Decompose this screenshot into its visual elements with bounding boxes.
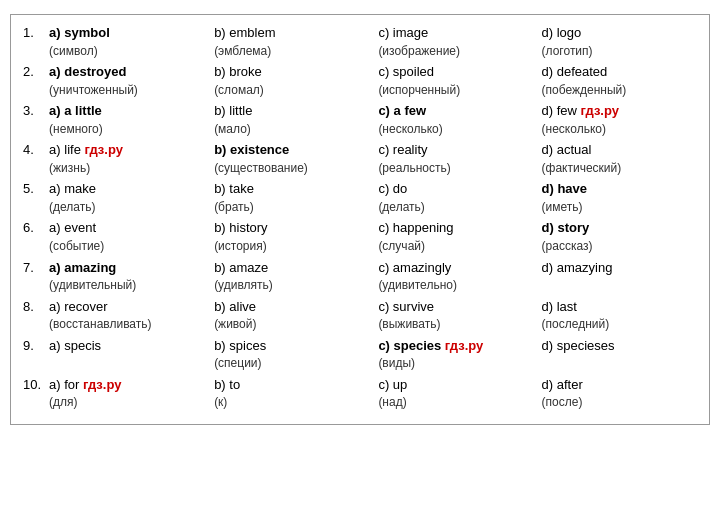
answer-translation: (к) — [214, 395, 227, 409]
answer-cell: d) few гдз.ру(несколько) — [538, 99, 701, 138]
answer-label: d) few — [542, 103, 577, 118]
answer-cell: c) happening(случай) — [374, 216, 537, 255]
answer-label: c) up — [378, 377, 407, 392]
answer-label: d) have — [542, 181, 588, 196]
answer-translation: (мало) — [214, 122, 251, 136]
row-number: 8. — [19, 295, 45, 334]
answer-label: c) reality — [378, 142, 427, 157]
answer-label: c) a few — [378, 103, 426, 118]
row-number: 4. — [19, 138, 45, 177]
answer-translation: (логотип) — [542, 44, 593, 58]
answer-cell: d) story(рассказ) — [538, 216, 701, 255]
answer-cell: b) to(к) — [210, 373, 374, 412]
answer-label: a) destroyed — [49, 64, 126, 79]
answer-cell: b) spices(специи) — [210, 334, 374, 373]
answer-translation: (рассказ) — [542, 239, 593, 253]
answer-translation: (выживать) — [378, 317, 440, 331]
answer-cell: b) history(история) — [210, 216, 374, 255]
answer-cell: b) take(брать) — [210, 177, 374, 216]
answer-cell: d) specieses — [538, 334, 701, 373]
answer-translation: (жизнь) — [49, 161, 90, 175]
answer-label: a) recover — [49, 299, 108, 314]
answer-cell: d) defeated(побежденный) — [538, 60, 701, 99]
answer-label: b) existence — [214, 142, 289, 157]
answer-translation: (удивлять) — [214, 278, 273, 292]
answer-cell: a) make(делать) — [45, 177, 210, 216]
answer-label: b) history — [214, 220, 267, 235]
answer-translation: (изображение) — [378, 44, 460, 58]
answers-table: 1.a) symbol(символ)b) emblem(эмблема)c) … — [19, 21, 701, 412]
answer-cell: d) last(последний) — [538, 295, 701, 334]
answer-translation: (последний) — [542, 317, 610, 331]
answer-label: d) actual — [542, 142, 592, 157]
answer-label: c) image — [378, 25, 428, 40]
answer-cell: b) emblem(эмблема) — [210, 21, 374, 60]
table-row: 8.a) recover(восстанавливать)b) alive(жи… — [19, 295, 701, 334]
row-number: 7. — [19, 256, 45, 295]
answer-translation: (делать) — [378, 200, 424, 214]
answer-translation: (живой) — [214, 317, 256, 331]
answer-cell: c) image(изображение) — [374, 21, 537, 60]
answer-translation: (делать) — [49, 200, 95, 214]
answer-translation: (эмблема) — [214, 44, 271, 58]
answer-label: b) broke — [214, 64, 262, 79]
table-row: 5.a) make(делать)b) take(брать)c) do(дел… — [19, 177, 701, 216]
answer-cell: a) specis — [45, 334, 210, 373]
answer-cell: c) species гдз.ру(виды) — [374, 334, 537, 373]
answer-cell: c) survive(выживать) — [374, 295, 537, 334]
answer-label: a) amazing — [49, 260, 116, 275]
watermark-inline: гдз.ру — [79, 377, 121, 392]
answer-translation: (несколько) — [378, 122, 442, 136]
answer-translation: (виды) — [378, 356, 415, 370]
answer-cell: c) a few(несколько) — [374, 99, 537, 138]
answer-label: b) emblem — [214, 25, 275, 40]
answer-label: d) amazying — [542, 260, 613, 275]
answer-label: c) amazingly — [378, 260, 451, 275]
answer-label: a) life — [49, 142, 81, 157]
table-row: 6.a) event(событие)b) history(история)c)… — [19, 216, 701, 255]
answer-label: c) species — [378, 338, 441, 353]
answer-cell: d) logo(логотип) — [538, 21, 701, 60]
answer-cell: a) amazing(удивительный) — [45, 256, 210, 295]
table-row: 7.a) amazing(удивительный)b) amaze(удивл… — [19, 256, 701, 295]
answer-label: d) logo — [542, 25, 582, 40]
answer-label: a) symbol — [49, 25, 110, 40]
answer-cell: c) amazingly(удивительно) — [374, 256, 537, 295]
answer-label: b) amaze — [214, 260, 268, 275]
answer-translation: (испорченный) — [378, 83, 460, 97]
answer-cell: c) up(над) — [374, 373, 537, 412]
answer-translation: (история) — [214, 239, 267, 253]
answer-label: d) story — [542, 220, 590, 235]
answer-translation: (побежденный) — [542, 83, 627, 97]
answer-translation: (брать) — [214, 200, 254, 214]
answer-cell: c) reality(реальность) — [374, 138, 537, 177]
answer-cell: a) event(событие) — [45, 216, 210, 255]
answer-translation: (существование) — [214, 161, 308, 175]
answer-cell: a) recover(восстанавливать) — [45, 295, 210, 334]
answer-label: c) happening — [378, 220, 453, 235]
answer-cell: a) a little(немного) — [45, 99, 210, 138]
answer-cell: a) for гдз.ру(для) — [45, 373, 210, 412]
table-row: 3.a) a little(немного)b) little(мало)c) … — [19, 99, 701, 138]
answer-translation: (событие) — [49, 239, 104, 253]
watermark-inline: гдз.ру — [81, 142, 123, 157]
answer-translation: (над) — [378, 395, 406, 409]
answer-label: d) last — [542, 299, 577, 314]
answer-translation: (сломал) — [214, 83, 264, 97]
answer-label: b) little — [214, 103, 252, 118]
answer-cell: b) broke(сломал) — [210, 60, 374, 99]
answer-cell: b) amaze(удивлять) — [210, 256, 374, 295]
answer-cell: c) do(делать) — [374, 177, 537, 216]
answer-label: a) a little — [49, 103, 102, 118]
answer-translation: (символ) — [49, 44, 98, 58]
answer-label: c) do — [378, 181, 407, 196]
answer-translation: (после) — [542, 395, 583, 409]
answer-translation: (несколько) — [542, 122, 606, 136]
row-number: 5. — [19, 177, 45, 216]
answer-translation: (случай) — [378, 239, 425, 253]
answer-translation: (уничтоженный) — [49, 83, 138, 97]
row-number: 6. — [19, 216, 45, 255]
answer-translation: (фактический) — [542, 161, 622, 175]
answer-label: b) take — [214, 181, 254, 196]
answer-label: a) specis — [49, 338, 101, 353]
